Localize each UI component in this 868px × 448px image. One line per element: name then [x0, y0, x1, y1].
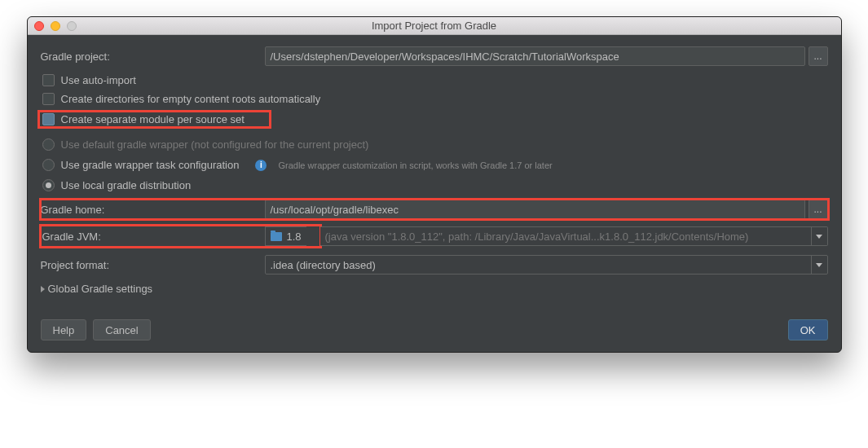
chevron-down-icon — [816, 263, 822, 267]
dropdown-arrow[interactable] — [811, 227, 827, 245]
cancel-button[interactable]: Cancel — [93, 319, 150, 340]
auto-import-checkbox[interactable] — [42, 74, 55, 86]
gradle-home-field-hl[interactable]: /usr/local/opt/gradle/libexec — [265, 200, 422, 219]
gradle-project-browse-button[interactable]: ... — [809, 46, 828, 66]
dialog-footer: Help Cancel OK — [28, 308, 841, 352]
global-settings-label: Global Gradle settings — [48, 283, 153, 295]
separate-module-label: Create separate module per source set — [61, 113, 245, 125]
gradle-home-row: Gradle home: /usr/local/opt/gradle/libex… — [41, 200, 828, 219]
default-wrapper-label: Use default gradle wrapper (not configur… — [61, 138, 369, 151]
create-dirs-checkbox[interactable] — [42, 93, 55, 105]
jvm-detail: (java version "1.8.0_112", path: /Librar… — [325, 231, 749, 243]
gradle-jvm-label: Gradle JVM: — [41, 231, 265, 243]
local-dist-row[interactable]: Use local gradle distribution — [41, 179, 828, 191]
gradle-home-field-rest[interactable] — [422, 200, 805, 219]
project-format-value: .idea (directory based) — [271, 259, 376, 271]
gradle-project-value: /Users/dstephen/Developer/Workspaces/IHM… — [271, 51, 619, 63]
default-wrapper-radio — [42, 138, 55, 151]
auto-import-label: Use auto-import — [61, 74, 136, 86]
chevron-right-icon — [41, 286, 45, 292]
gradle-project-field[interactable]: /Users/dstephen/Developer/Workspaces/IHM… — [265, 46, 805, 66]
global-settings-expander[interactable]: Global Gradle settings — [41, 283, 828, 295]
local-dist-radio[interactable] — [42, 179, 55, 191]
gradle-jvm-highlight: Gradle JVM: 1.8 — [41, 226, 320, 247]
window-title: Import Project from Gradle — [28, 20, 841, 32]
wrapper-task-label: Use gradle wrapper task configuration — [61, 159, 240, 171]
gradle-home-browse-button[interactable]: ... — [809, 200, 828, 219]
wrapper-task-radio[interactable] — [42, 159, 55, 171]
dialog-content: Gradle project: /Users/dstephen/Develope… — [28, 35, 841, 308]
wrapper-task-hint: Gradle wrapper customization in script, … — [278, 160, 552, 170]
ellipsis-icon: ... — [813, 51, 822, 62]
wrapper-task-row[interactable]: Use gradle wrapper task configuration i … — [41, 159, 828, 171]
create-dirs-label: Create directories for empty content roo… — [61, 93, 321, 105]
project-format-row: Project format: .idea (directory based) — [41, 255, 828, 275]
gradle-project-row: Gradle project: /Users/dstephen/Develope… — [41, 46, 828, 66]
local-dist-label: Use local gradle distribution — [61, 179, 192, 191]
ok-button[interactable]: OK — [788, 319, 828, 340]
ellipsis-icon: ... — [813, 204, 822, 215]
dialog-window: Import Project from Gradle Gradle projec… — [27, 16, 842, 353]
folder-icon — [271, 232, 282, 241]
titlebar: Import Project from Gradle — [28, 17, 841, 35]
separate-module-checkbox[interactable] — [42, 113, 55, 125]
auto-import-row[interactable]: Use auto-import — [41, 74, 828, 86]
jvm-version: 1.8 — [287, 231, 302, 243]
help-button[interactable]: Help — [41, 319, 87, 340]
default-wrapper-row: Use default gradle wrapper (not configur… — [41, 138, 828, 151]
gradle-project-label: Gradle project: — [41, 51, 265, 63]
gradle-jvm-row: Gradle JVM: 1.8 (java version "1.8.0_112… — [41, 226, 828, 247]
chevron-down-icon — [816, 235, 822, 239]
gradle-jvm-dropdown[interactable]: (java version "1.8.0_112", path: /Librar… — [320, 226, 828, 246]
gradle-home-value: /usr/local/opt/gradle/libexec — [271, 204, 399, 216]
project-format-dropdown[interactable]: .idea (directory based) — [265, 255, 828, 275]
project-format-label: Project format: — [41, 259, 265, 271]
gradle-home-label: Gradle home: — [41, 204, 265, 216]
info-icon[interactable]: i — [255, 160, 267, 171]
separate-module-row[interactable]: Create separate module per source set — [39, 112, 270, 127]
create-dirs-row[interactable]: Create directories for empty content roo… — [41, 93, 828, 105]
dropdown-arrow[interactable] — [811, 256, 827, 274]
